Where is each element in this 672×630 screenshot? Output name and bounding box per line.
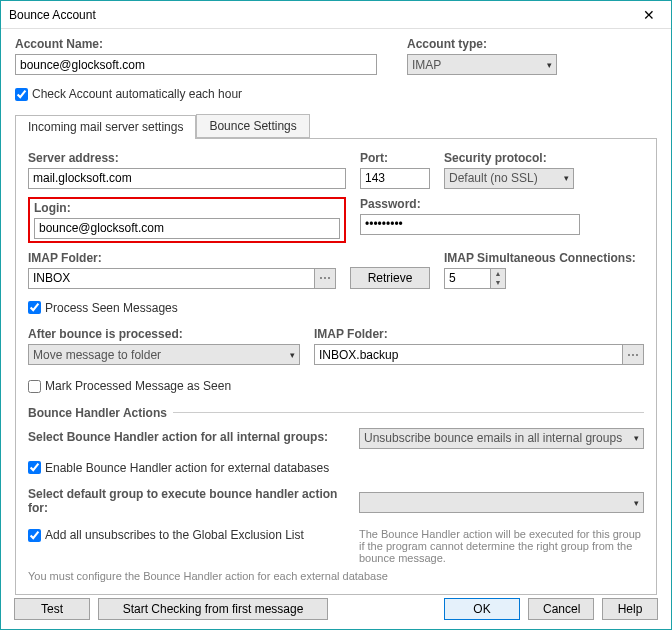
chevron-down-icon: ▾ — [634, 433, 639, 443]
chevron-down-icon: ▾ — [290, 350, 295, 360]
imap-folder2-label: IMAP Folder: — [314, 327, 644, 341]
server-address-label: Server address: — [28, 151, 346, 165]
cancel-button[interactable]: Cancel — [528, 598, 594, 620]
process-seen-checkbox[interactable]: Process Seen Messages — [28, 301, 178, 315]
add-unsub-checkbox[interactable]: Add all unsubscribes to the Global Exclu… — [28, 528, 349, 542]
mark-processed-checkbox[interactable]: Mark Processed Message as Seen — [28, 379, 231, 393]
tab-incoming[interactable]: Incoming mail server settings — [15, 115, 196, 139]
password-label: Password: — [360, 197, 644, 211]
tab-panel: Server address: Port: Security protocol:… — [15, 139, 657, 596]
chevron-down-icon: ▾ — [634, 498, 639, 508]
chevron-down-icon[interactable]: ▼ — [491, 278, 505, 288]
account-name-input[interactable] — [15, 54, 377, 75]
port-label: Port: — [360, 151, 430, 165]
password-input[interactable] — [360, 214, 580, 235]
sim-conn-spinner[interactable]: ▲▼ — [444, 268, 644, 289]
close-icon[interactable]: ✕ — [635, 5, 663, 25]
security-select[interactable]: Default (no SSL) ▾ — [444, 168, 574, 189]
footer: Test Start Checking from first message O… — [14, 598, 658, 620]
help-text: The Bounce Handler action will be execut… — [359, 528, 644, 564]
chevron-down-icon: ▾ — [564, 173, 569, 183]
help-button[interactable]: Help — [602, 598, 658, 620]
ok-button[interactable]: OK — [444, 598, 520, 620]
titlebar: Bounce Account ✕ — [1, 1, 671, 29]
enable-external-checkbox[interactable]: Enable Bounce Handler action for externa… — [28, 461, 329, 475]
after-bounce-label: After bounce is processed: — [28, 327, 300, 341]
tab-bounce[interactable]: Bounce Settings — [196, 114, 309, 138]
imap-folder2-input[interactable] — [314, 344, 622, 365]
chevron-down-icon: ▾ — [547, 60, 552, 70]
content: Account Name: Account type: IMAP ▾ Check… — [1, 29, 671, 603]
sim-conn-label: IMAP Simultaneous Connections: — [444, 251, 644, 265]
select-action-select[interactable]: Unsubscribe bounce emails in all interna… — [359, 428, 644, 449]
login-input[interactable] — [34, 218, 340, 239]
ellipsis-icon[interactable]: ⋯ — [622, 344, 644, 365]
config-note: You must configure the Bounce Handler ac… — [28, 570, 644, 582]
start-checking-button[interactable]: Start Checking from first message — [98, 598, 328, 620]
account-type-select[interactable]: IMAP ▾ — [407, 54, 557, 75]
account-name-label: Account Name: — [15, 37, 377, 51]
after-bounce-select[interactable]: Move message to folder ▾ — [28, 344, 300, 365]
window-title: Bounce Account — [9, 8, 96, 22]
login-label: Login: — [34, 201, 340, 215]
test-button[interactable]: Test — [14, 598, 90, 620]
check-auto-checkbox[interactable]: Check Account automatically each hour — [15, 87, 242, 101]
imap-folder-input[interactable] — [28, 268, 314, 289]
ellipsis-icon[interactable]: ⋯ — [314, 268, 336, 289]
imap-folder-label: IMAP Folder: — [28, 251, 336, 265]
server-address-input[interactable] — [28, 168, 346, 189]
security-label: Security protocol: — [444, 151, 644, 165]
account-type-label: Account type: — [407, 37, 657, 51]
default-group-select[interactable]: ▾ — [359, 492, 644, 513]
chevron-up-icon[interactable]: ▲ — [491, 269, 505, 279]
retrieve-button[interactable]: Retrieve — [350, 267, 430, 289]
actions-section-label: Bounce Handler Actions — [28, 406, 644, 420]
port-input[interactable] — [360, 168, 430, 189]
select-action-label: Select Bounce Handler action for all int… — [28, 430, 349, 444]
default-group-label: Select default group to execute bounce h… — [28, 487, 349, 515]
tabs: Incoming mail server settings Bounce Set… — [15, 114, 657, 139]
